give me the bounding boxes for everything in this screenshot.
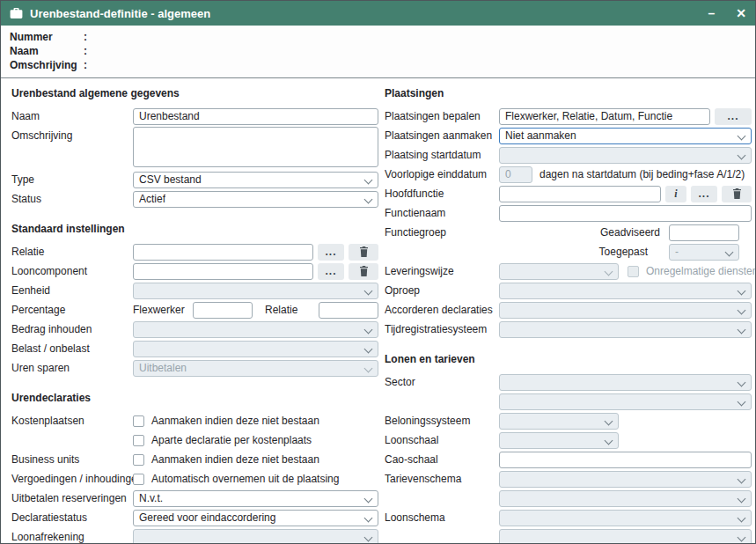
field-cao-schaal: Cao-schaal bbox=[385, 451, 755, 468]
declaratiestatus-select[interactable]: Gereed voor eindaccordering bbox=[133, 510, 378, 526]
field-functienaam: Functienaam bbox=[385, 204, 755, 222]
field-relatie: Relatie ... bbox=[11, 243, 378, 261]
functienaam-input[interactable] bbox=[499, 205, 752, 222]
trash-icon bbox=[359, 266, 369, 276]
header-row-naam: Naam: bbox=[10, 44, 746, 58]
status-select[interactable]: Actief bbox=[133, 191, 378, 208]
chevron-down-icon bbox=[738, 474, 746, 483]
looncomponent-clear-button[interactable] bbox=[349, 263, 378, 280]
field-kostenplaatsen-2: Aparte declaratie per kostenplaats bbox=[11, 431, 378, 449]
field-looncomponent: Looncomponent ... bbox=[11, 262, 378, 280]
belast-onbelast-select[interactable] bbox=[133, 341, 378, 357]
chevron-down-icon bbox=[364, 325, 373, 334]
chevron-down-icon bbox=[738, 305, 746, 314]
field-tarievenschema: Tarievenschema bbox=[385, 470, 755, 488]
hoofdfunctie-info-button[interactable]: i bbox=[665, 186, 686, 202]
oproep-select[interactable] bbox=[499, 283, 752, 299]
uitbetalen-reserveringen-select[interactable]: N.v.t. bbox=[133, 490, 378, 507]
field-kostenplaatsen: Kostenplaatsen Aanmaken indien deze niet… bbox=[11, 412, 378, 430]
percentage-relatie-input[interactable] bbox=[319, 302, 378, 319]
naam-input[interactable] bbox=[133, 108, 378, 125]
chevron-down-icon bbox=[738, 533, 746, 541]
eenheid-select[interactable] bbox=[133, 283, 378, 299]
loonschaal-select[interactable] bbox=[499, 432, 619, 449]
chevron-down-icon bbox=[364, 286, 373, 295]
relatie-lookup-button[interactable]: ... bbox=[318, 244, 344, 261]
plaatsingen-bepalen-input[interactable] bbox=[499, 108, 710, 125]
trash-icon bbox=[359, 246, 369, 257]
chevron-down-icon bbox=[738, 397, 746, 406]
chevron-down-icon bbox=[738, 151, 746, 159]
plaatsing-startdatum-select[interactable] bbox=[499, 147, 752, 164]
chevron-down-icon bbox=[605, 416, 613, 425]
tijdregistratiesysteem-select[interactable] bbox=[499, 321, 752, 338]
kostenplaatsen-aanmaken-checkbox[interactable] bbox=[133, 415, 144, 427]
field-loonschema-2 bbox=[385, 528, 755, 544]
loonafrekening-select[interactable] bbox=[133, 529, 378, 544]
aparte-declaratie-checkbox[interactable] bbox=[133, 435, 144, 446]
section-plaatsingen: Plaatsingen bbox=[385, 87, 755, 101]
relatie-clear-button[interactable] bbox=[349, 244, 378, 261]
loonschema-select[interactable] bbox=[499, 510, 752, 526]
chevron-down-icon bbox=[364, 344, 373, 353]
field-percentage: Percentage Flexwerker Relatie bbox=[11, 301, 378, 319]
relatie-input[interactable] bbox=[133, 244, 313, 261]
business-units-aanmaken-checkbox[interactable] bbox=[133, 454, 144, 466]
field-functiegroep-toegepast: Toegepast - bbox=[385, 243, 755, 261]
field-vergoedingen: Vergoedingen / inhoudingen Automatisch o… bbox=[11, 470, 378, 488]
record-header: Nummer: Naam: Omschrijving: bbox=[1, 26, 755, 78]
looncomponent-input[interactable] bbox=[133, 263, 313, 280]
field-sector-2 bbox=[385, 393, 755, 410]
hoofdfunctie-lookup-button[interactable]: ... bbox=[691, 186, 717, 202]
field-loonafrekening: Loonafrekening bbox=[11, 528, 378, 544]
field-tarievenschema-2 bbox=[385, 489, 755, 507]
section-standaard-instellingen: Standaard instellingen bbox=[11, 223, 378, 237]
nummer-label: Nummer bbox=[10, 31, 84, 43]
field-uren-sparen: Uren sparen Uitbetalen bbox=[11, 359, 378, 377]
section-lonen-en-tarieven: Lonen en tarieven bbox=[385, 353, 755, 367]
loonschema-select-2[interactable] bbox=[499, 529, 752, 544]
hoofdfunctie-input[interactable] bbox=[499, 186, 661, 202]
vergoedingen-overnemen-checkbox[interactable] bbox=[133, 474, 144, 485]
plaatsingen-aanmaken-select[interactable]: Niet aanmaken bbox=[499, 128, 752, 144]
field-sector: Sector bbox=[385, 373, 755, 391]
bedrag-inhouden-select[interactable] bbox=[133, 321, 378, 338]
field-accorderen-declaraties: Accorderen declaraties bbox=[385, 301, 755, 319]
section-urendeclaraties: Urendeclaraties bbox=[11, 392, 378, 406]
field-belast-onbelast: Belast / onbelast bbox=[11, 340, 378, 357]
minimize-button[interactable]: – bbox=[708, 7, 715, 19]
chevron-down-icon bbox=[605, 436, 613, 445]
field-declaratiestatus: Declaratiestatus Gereed voor eindaccorde… bbox=[11, 509, 378, 526]
chevron-down-icon bbox=[738, 378, 746, 386]
header-row-nummer: Nummer: bbox=[10, 30, 746, 44]
chevron-down-icon bbox=[364, 533, 373, 541]
dialog-window: Urenbestand-definitie - algemeen – ✕ Num… bbox=[0, 0, 756, 544]
field-naam: Naam bbox=[11, 107, 378, 125]
omschrijving-textarea[interactable] bbox=[133, 127, 378, 167]
beloningssysteem-select[interactable] bbox=[499, 413, 619, 430]
hoofdfunctie-clear-button[interactable] bbox=[722, 186, 752, 202]
field-plaatsing-startdatum: Plaatsing startdatum bbox=[385, 146, 755, 164]
close-button[interactable]: ✕ bbox=[736, 7, 746, 19]
cao-schaal-input[interactable] bbox=[499, 452, 752, 468]
functiegroep-toegepast-select[interactable]: - bbox=[669, 244, 739, 261]
sector-select[interactable] bbox=[499, 374, 752, 391]
plaatsingen-bepalen-lookup-button[interactable]: ... bbox=[715, 108, 752, 125]
field-plaatsingen-bepalen: Plaatsingen bepalen ... bbox=[385, 107, 755, 125]
trash-icon bbox=[732, 188, 742, 199]
type-select[interactable]: CSV bestand bbox=[133, 172, 378, 188]
field-loonschema: Loonschema bbox=[385, 509, 755, 526]
chevron-down-icon bbox=[738, 513, 746, 522]
briefcase-icon bbox=[10, 8, 23, 19]
sector-select-2[interactable] bbox=[499, 393, 752, 410]
functiegroep-geadviseerd-input[interactable] bbox=[669, 224, 739, 241]
tarievenschema-select-2[interactable] bbox=[499, 490, 752, 507]
voorlopige-einddatum-input bbox=[499, 166, 532, 183]
chevron-down-icon bbox=[364, 494, 373, 503]
chevron-down-icon bbox=[605, 267, 613, 276]
tarievenschema-select[interactable] bbox=[499, 471, 752, 488]
accorderen-declaraties-select[interactable] bbox=[499, 302, 752, 319]
field-oproep: Oproep bbox=[385, 282, 755, 299]
percentage-flexwerker-input[interactable] bbox=[193, 302, 253, 319]
looncomponent-lookup-button[interactable]: ... bbox=[318, 263, 344, 280]
